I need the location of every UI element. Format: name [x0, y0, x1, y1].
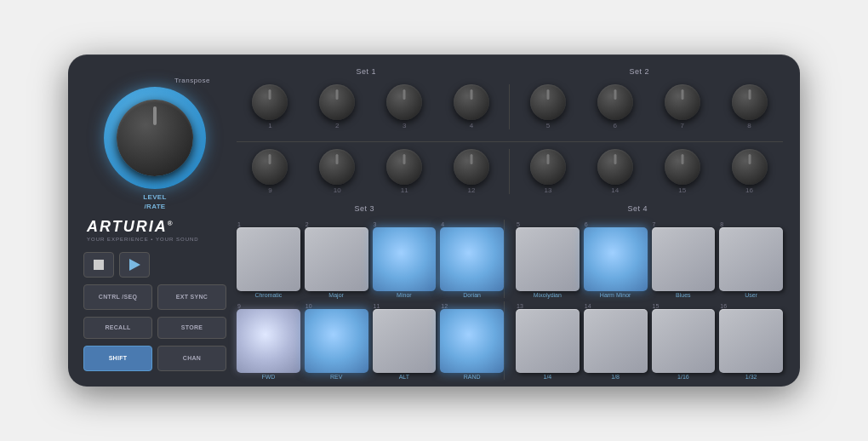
- knob-10[interactable]: [319, 149, 355, 185]
- pads-section: Set 3 Set 4 1Chromatic2Major3Minor4Doria…: [237, 204, 783, 380]
- knob-5[interactable]: [530, 84, 566, 120]
- main-knob[interactable]: [117, 100, 193, 176]
- knob-number-14: 14: [611, 186, 619, 194]
- pad-label-14: 1/8: [611, 374, 620, 380]
- knob-item-8: 8: [716, 84, 783, 129]
- pad-13[interactable]: [516, 309, 580, 373]
- knob-2[interactable]: [319, 84, 355, 120]
- knob-row-1: 12345678: [237, 84, 783, 129]
- control-row: CNTRL /SEQ EXT SYNC: [83, 284, 226, 310]
- knob-number-7: 7: [680, 122, 683, 129]
- knob-item-9: 9: [237, 149, 304, 194]
- knob-number-1: 1: [268, 122, 271, 129]
- pad-item-14: 141/8: [584, 301, 648, 380]
- stop-icon: [94, 260, 104, 270]
- pad-item-8: 8User: [719, 220, 783, 298]
- knob-6[interactable]: [597, 84, 633, 120]
- pad-item-13: 131/4: [516, 301, 580, 380]
- recall-store-row: RECALL STORE: [83, 317, 226, 339]
- pad-9[interactable]: [237, 309, 300, 373]
- pad-number-9: 9: [237, 303, 241, 309]
- knob-4[interactable]: [454, 84, 489, 120]
- knob-number-13: 13: [544, 186, 551, 194]
- pad-label-13: 1/4: [544, 374, 552, 380]
- knob-item-5: 5: [515, 84, 582, 129]
- arturia-brand: ARTURIA®: [87, 218, 226, 236]
- recall-label: RECALL: [105, 324, 130, 331]
- arturia-logo-area: ARTURIA® YOUR EXPERIENCE • YOUR SOUND: [83, 218, 226, 242]
- knob-3[interactable]: [386, 84, 422, 120]
- pad-label-6: Harm Minor: [600, 292, 631, 298]
- pad-4[interactable]: [440, 227, 504, 291]
- store-button[interactable]: STORE: [157, 317, 226, 339]
- knob-7[interactable]: [665, 84, 700, 120]
- pad-item-4: 4Dorian: [440, 220, 505, 298]
- knob-12[interactable]: [454, 149, 489, 185]
- knob-number-3: 3: [403, 122, 406, 129]
- knob-15[interactable]: [665, 149, 700, 185]
- knob-9[interactable]: [252, 149, 288, 185]
- knob-16[interactable]: [732, 149, 768, 185]
- pad-number-3: 3: [373, 221, 377, 227]
- pad-8[interactable]: [719, 227, 783, 291]
- pad-10[interactable]: [305, 309, 368, 373]
- play-button[interactable]: [119, 252, 150, 278]
- pad-11[interactable]: [373, 309, 437, 373]
- pads-row-1: 1Chromatic2Major3Minor4Dorian5Mixolydian…: [237, 220, 783, 298]
- pad-14[interactable]: [584, 309, 648, 373]
- set2-label: Set 2: [630, 67, 650, 76]
- knob-item-4: 4: [438, 84, 510, 129]
- pad-16[interactable]: [719, 309, 783, 373]
- pad-label-1: Chromatic: [254, 292, 282, 298]
- knob-item-11: 11: [371, 149, 438, 194]
- pad-1[interactable]: [237, 227, 300, 291]
- knob-item-3: 3: [371, 84, 438, 129]
- pad-label-12: RAND: [464, 374, 481, 380]
- pad-item-5: 5Mixolydian: [516, 220, 580, 298]
- main-knob-area: Transpose: [100, 78, 210, 188]
- knob-14[interactable]: [597, 149, 633, 185]
- pad-item-16: 161/32: [719, 301, 783, 380]
- transport-row: [83, 252, 226, 278]
- cntrl-seq-button[interactable]: CNTRL /SEQ: [83, 284, 152, 310]
- pad-label-5: Mixolydian: [534, 292, 562, 298]
- pad-3[interactable]: [373, 227, 437, 291]
- knob-number-16: 16: [745, 186, 753, 194]
- pad-5[interactable]: [516, 227, 580, 291]
- blue-ring: [104, 87, 206, 189]
- pad-7[interactable]: [652, 227, 716, 291]
- ext-sync-button[interactable]: EXT SYNC: [157, 284, 226, 310]
- knob-1[interactable]: [252, 84, 288, 120]
- chan-button[interactable]: CHAN: [157, 346, 226, 371]
- pad-number-13: 13: [516, 303, 523, 309]
- knob-number-4: 4: [470, 122, 473, 129]
- pad-label-4: Dorian: [463, 292, 481, 298]
- knob-13[interactable]: [530, 149, 566, 185]
- recall-button[interactable]: RECALL: [83, 317, 152, 339]
- pad-item-7: 7Blues: [652, 220, 716, 298]
- pad-label-16: 1/32: [745, 374, 757, 380]
- knob-8[interactable]: [732, 84, 768, 120]
- pad-number-8: 8: [719, 221, 723, 227]
- stop-button[interactable]: [83, 252, 114, 278]
- pad-number-1: 1: [237, 221, 241, 227]
- pad-number-16: 16: [719, 303, 727, 309]
- pad-label-2: Major: [328, 292, 344, 298]
- knob-item-14: 14: [581, 149, 648, 194]
- pad-number-6: 6: [584, 221, 588, 227]
- pad-label-3: Minor: [397, 292, 412, 298]
- pad-item-6: 6Harm Minor: [584, 220, 648, 298]
- knob-11[interactable]: [386, 149, 422, 185]
- pad-15[interactable]: [652, 309, 716, 373]
- knob-item-10: 10: [304, 149, 371, 194]
- knob-number-6: 6: [614, 122, 617, 129]
- pad-item-11: 11ALT: [373, 301, 437, 380]
- pad-6[interactable]: [584, 227, 648, 291]
- shift-button[interactable]: SHIFT: [83, 346, 152, 371]
- pad-12[interactable]: [440, 309, 504, 373]
- pad-2[interactable]: [305, 227, 368, 291]
- knob-number-12: 12: [468, 186, 476, 194]
- pad-item-3: 3Minor: [373, 220, 437, 298]
- knob-row-2: 910111213141516: [237, 149, 783, 194]
- knob-item-7: 7: [648, 84, 716, 129]
